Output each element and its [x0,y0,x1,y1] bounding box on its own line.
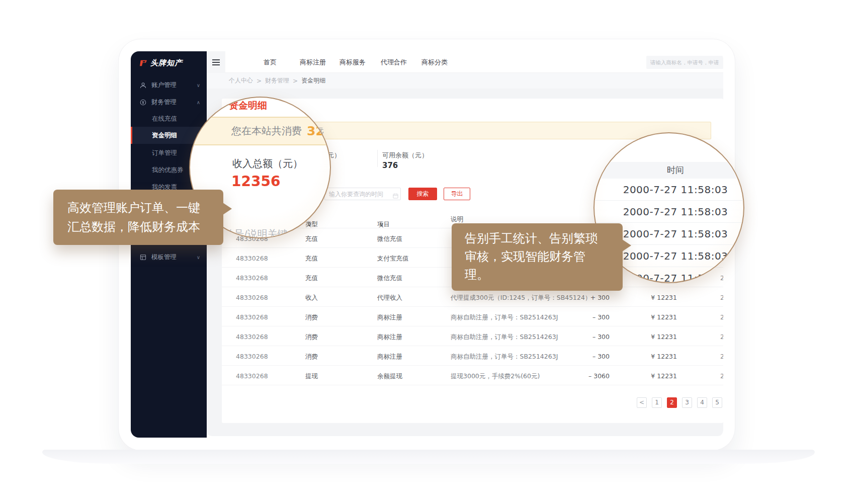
cell-order-no: 48330268 [236,353,268,360]
cell-type: 充值 [305,235,318,243]
pagination-page-3[interactable]: 3 [682,397,692,408]
sidebar-item-finance[interactable]: 财务管理 ∧ [131,94,207,111]
sidebar-item-label: 资金明细 [152,131,177,140]
breadcrumb-item[interactable]: 财务管理 [265,76,289,85]
cell-time: 2000-7-27 11:58:03 [720,274,723,282]
marketing-screenshot: 头牌知产 账户管理 ∨ 财务管理 ∧ 在线充值 资金明细 [0,0,853,504]
sidebar-item-label: 订单管理 [152,149,177,157]
pagination-page-2[interactable]: 2 [667,397,677,408]
cell-time: 2000-7-27 11:58:03 [720,313,723,321]
cell-balance: ¥ 12231 [651,294,677,301]
breadcrumb-separator: > [257,77,262,85]
cell-balance: ¥ 12231 [651,353,677,360]
sidebar-item-label: 我的优惠券 [152,166,184,175]
cell-time: 2000-7-27 11:58:03 [720,372,723,380]
cell-time: 2000-7-27 11:58:03 [720,333,723,341]
stat-balance-label: 可用余额（元） [382,151,428,160]
pagination-page-4[interactable]: 4 [697,397,707,408]
cell-type: 收入 [305,294,318,302]
cell-description: 商标自助注册，订单号：SB2514263J [451,333,558,342]
cell-balance: ¥ 12231 [651,372,677,380]
cell-project: 商标注册 [377,313,402,322]
tooltip-left: 高效管理账户订单、一键汇总数据，降低财务成本 [53,190,223,245]
cell-amount: + 300 [590,294,610,301]
pagination-page-1[interactable]: 1 [652,397,662,408]
chevron-down-icon: ∨ [197,255,200,260]
table-row: 48330268 消费 商标注册 商标自助注册，订单号：SB2514263J –… [222,326,723,346]
cell-description: 代理提成300元（ID:1245，订单号：SB45124） [451,294,591,302]
cell-amount: – 3060 [588,372,610,380]
laptop-base [42,450,815,464]
tooltip-right: 告别手工统计、告别繁琐审核，实现智能财务管理。 [452,223,623,291]
sort-icon: ∨ [379,220,384,228]
nav-agency-cooperation[interactable]: 代理合作 [381,51,407,73]
nav-trademark-service[interactable]: 商标服务 [339,51,366,73]
cell-type: 消费 [305,353,318,361]
user-icon [140,82,147,89]
chevron-up-icon: ∧ [197,100,200,105]
cell-type: 提现 [305,372,318,381]
sidebar-item-label: 在线充值 [152,115,177,123]
cell-description: 提现3000元，手续费2%(60元) [451,372,540,381]
breadcrumb-current: 资金明细 [301,76,325,85]
sidebar-item-template[interactable]: 模板管理 ∨ [131,248,207,266]
nav-home[interactable]: 首页 [264,51,277,73]
brand-flag-icon [140,58,147,68]
sidebar-item-online-recharge[interactable]: 在线充值 [131,110,207,127]
search-input[interactable] [646,56,723,69]
pagination-prev[interactable]: < [637,397,647,408]
pagination: < 1 2 3 4 5 [637,397,722,408]
cell-order-no: 48330268 [236,313,268,321]
cell-description: 商标自助注册，订单号：SB2514263J [451,353,558,361]
cell-order-no: 48330268 [236,372,268,380]
lens-income-value: 12356 [231,173,280,190]
nav-trademark-category[interactable]: 商标分类 [421,51,448,73]
lens-banner: 您在本站共消费 32124 [189,117,331,145]
cell-amount: – 300 [592,353,610,360]
lens-page-title: 资金明细 [229,99,267,112]
breadcrumb-item[interactable]: 个人中心 [229,76,253,85]
chevron-down-icon: ∨ [197,82,200,88]
cell-balance: ¥ 12231 [651,333,677,341]
cell-order-no: 48330268 [236,255,268,262]
cell-project: 微信充值 [377,274,402,283]
search-button[interactable]: 搜索 [408,188,437,200]
cell-project: 微信充值 [377,235,402,243]
top-navigation: 首页 商标注册 商标服务 代理合作 商标分类 [207,51,723,73]
sidebar-item-label: 模板管理 [151,253,177,262]
header-description: 说明 [451,215,463,224]
cell-project: 商标注册 [377,353,402,361]
cell-amount: – 300 [592,333,610,341]
stat-balance-value: 376 [382,161,398,170]
export-button[interactable]: 导出 [444,188,470,200]
sidebar-item-label: 账户管理 [151,81,177,90]
nav-trademark-register[interactable]: 商标注册 [300,51,326,73]
stat-divider [377,150,378,167]
lens-income-label: 收入总额（元） [232,157,303,171]
table-row: 48330268 提现 余额提现 提现3000元，手续费2%(60元) – 30… [222,366,723,385]
lens-time-value: 2000-7-27 11:58:03 [593,201,744,223]
pagination-page-5[interactable]: 5 [712,397,722,408]
cell-project: 商标注册 [377,333,402,342]
brand-logo[interactable]: 头牌知产 [140,58,183,68]
template-icon [140,254,147,261]
table-row: 48330268 消费 商标注册 商标自助注册，订单号：SB2514263J –… [222,307,723,326]
date-filter-input[interactable] [324,188,401,200]
cell-order-no: 48330268 [236,294,268,301]
menu-icon[interactable] [207,51,225,73]
sort-icon: ∨ [307,220,312,228]
sidebar-item-account[interactable]: 账户管理 ∨ [131,76,207,94]
cell-amount: – 300 [592,313,610,321]
sidebar-item-label: 财务管理 [151,98,177,107]
cell-project: 余额提现 [377,372,402,381]
lens-banner-text: 您在本站共消费 [231,124,302,138]
cell-project: 代理收入 [377,294,402,302]
cell-time: 2000-7-27 11:58:03 [720,294,723,301]
lens-time-value: 2000-7-27 11:58:03 [593,179,744,201]
cell-time: 2000-7-27 11:58:03 [720,353,723,360]
calendar-icon [393,191,398,201]
cell-type: 充值 [305,274,318,283]
lens-time-header: 时间 [594,162,743,179]
cell-order-no: 48330268 [236,274,268,282]
cell-type: 充值 [305,255,318,263]
